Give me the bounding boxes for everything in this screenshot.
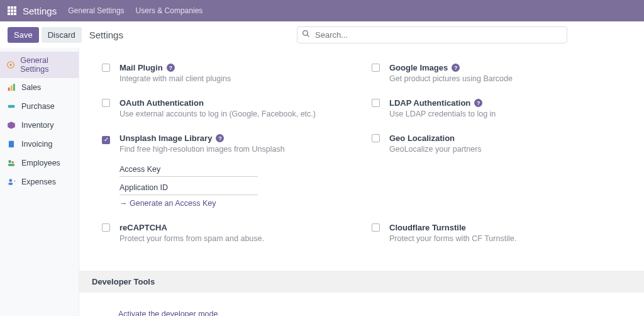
svg-point-13 <box>9 179 13 182</box>
setting-mail-plugin: Mail Plugin? Integrate with mail client … <box>92 55 362 91</box>
setting-desc: Use external accounts to log in (Google,… <box>119 110 352 118</box>
svg-point-11 <box>12 161 14 164</box>
page-title: Settings <box>89 30 123 40</box>
setting-desc: Get product pictures using Barcode <box>389 74 621 83</box>
sidebar-item-employees[interactable]: Employees <box>0 154 79 172</box>
svg-point-10 <box>8 160 11 163</box>
setting-desc: Protect your forms from spam and abuse. <box>119 234 352 243</box>
svg-marker-8 <box>8 121 15 129</box>
svg-point-3 <box>9 64 12 66</box>
sidebar-item-label: Expenses <box>21 178 56 186</box>
search-input[interactable] <box>297 26 567 43</box>
sidebar-item-label: Inventory <box>21 121 53 130</box>
generate-access-key-link[interactable]: → Generate an Access Key <box>119 199 258 208</box>
svg-rect-5 <box>11 86 13 91</box>
setting-title: Cloudflare Turnstile <box>389 223 466 232</box>
checkbox-ldap[interactable] <box>372 99 380 107</box>
setting-title: reCAPTCHA <box>119 223 167 232</box>
setting-geo: Geo Localization GeoLocalize your partne… <box>362 126 631 215</box>
setting-title: Mail Plugin <box>119 63 163 72</box>
people-icon <box>6 158 16 168</box>
sidebar-item-label: Purchase <box>21 102 55 111</box>
control-bar: Save Discard Settings <box>0 21 644 48</box>
sidebar-item-expenses[interactable]: + Expenses <box>0 172 79 191</box>
setting-title: Unsplash Image Library <box>119 133 212 143</box>
setting-desc: Use LDAP credentials to log in <box>389 110 621 118</box>
setting-title: OAuth Authentication <box>119 98 204 108</box>
setting-turnstile: Cloudflare Turnstile Protect your forms … <box>362 215 631 251</box>
svg-rect-4 <box>8 87 10 91</box>
settings-sidebar: General Settings Sales Purchase Inventor… <box>0 48 79 316</box>
svg-point-0 <box>303 31 308 36</box>
sidebar-item-invoicing[interactable]: Invoicing <box>0 135 79 154</box>
box-icon <box>6 120 16 130</box>
apps-icon[interactable] <box>8 6 18 16</box>
checkbox-mail-plugin[interactable] <box>102 64 110 72</box>
doc-icon <box>6 139 16 149</box>
setting-desc: GeoLocalize your partners <box>389 145 621 154</box>
checkbox-oauth[interactable] <box>102 99 110 107</box>
section-title: Developer Tools <box>92 277 631 286</box>
svg-text:+: + <box>14 179 16 183</box>
search-icon <box>302 30 310 40</box>
nav-general-settings[interactable]: General Settings <box>68 6 124 15</box>
checkbox-turnstile[interactable] <box>372 223 380 232</box>
setting-title: Google Images <box>389 63 448 72</box>
help-icon[interactable]: ? <box>167 64 175 72</box>
search-wrap <box>297 26 567 43</box>
discard-button[interactable]: Discard <box>42 27 82 43</box>
sidebar-item-label: Employees <box>21 159 60 167</box>
svg-rect-6 <box>13 84 15 91</box>
setting-oauth: OAuth Authentication Use external accoun… <box>92 91 362 126</box>
sidebar-item-label: Invoicing <box>21 140 52 149</box>
checkbox-recaptcha[interactable] <box>102 223 110 232</box>
top-nav-brand: Settings <box>23 6 57 16</box>
help-icon[interactable]: ? <box>216 134 224 142</box>
setting-title: Geo Localization <box>389 133 455 143</box>
sidebar-item-sales[interactable]: Sales <box>0 78 79 97</box>
svg-rect-7 <box>8 105 15 108</box>
save-button[interactable]: Save <box>8 27 39 43</box>
svg-rect-12 <box>8 164 15 166</box>
person-plus-icon: + <box>6 177 16 187</box>
sidebar-item-inventory[interactable]: Inventory <box>0 116 79 135</box>
bars-icon <box>6 82 16 93</box>
unsplash-access-key-field[interactable]: Access Key <box>119 162 258 177</box>
sidebar-item-label: General Settings <box>20 56 72 74</box>
setting-desc: Find free high-resolution images from Un… <box>119 145 352 154</box>
nav-users-companies[interactable]: Users & Companies <box>136 6 203 15</box>
checkbox-geo[interactable] <box>372 134 380 142</box>
sidebar-item-general-settings[interactable]: General Settings <box>0 52 79 78</box>
setting-ldap: LDAP Authentication? Use LDAP credential… <box>362 91 631 126</box>
checkbox-unsplash[interactable] <box>102 136 110 144</box>
setting-title: LDAP Authentication <box>389 98 470 108</box>
setting-recaptcha: reCAPTCHA Protect your forms from spam a… <box>92 215 362 251</box>
dev-mode-link[interactable]: Activate the developer mode <box>118 308 631 316</box>
checkbox-google-images[interactable] <box>372 64 380 72</box>
svg-rect-9 <box>9 141 14 148</box>
sidebar-item-label: Sales <box>21 83 41 92</box>
setting-desc: Protect your forms with CF Turnstile. <box>389 234 621 243</box>
setting-google-images: Google Images? Get product pictures usin… <box>362 55 631 91</box>
svg-line-1 <box>307 35 309 37</box>
svg-rect-14 <box>8 183 13 185</box>
developer-tools-links: Activate the developer mode Activate the… <box>79 293 644 316</box>
settings-main: Mail Plugin? Integrate with mail client … <box>79 48 644 316</box>
tag-icon <box>6 101 16 111</box>
sidebar-item-purchase[interactable]: Purchase <box>0 97 79 116</box>
developer-tools-header: Developer Tools <box>79 271 644 293</box>
help-icon[interactable]: ? <box>474 99 482 107</box>
unsplash-app-id-field[interactable]: Application ID <box>119 181 258 195</box>
top-nav: Settings General Settings Users & Compan… <box>0 0 644 21</box>
setting-unsplash: Unsplash Image Library? Find free high-r… <box>92 126 362 215</box>
setting-desc: Integrate with mail client plugins <box>119 74 352 83</box>
gear-icon <box>6 60 15 70</box>
help-icon[interactable]: ? <box>452 64 460 72</box>
